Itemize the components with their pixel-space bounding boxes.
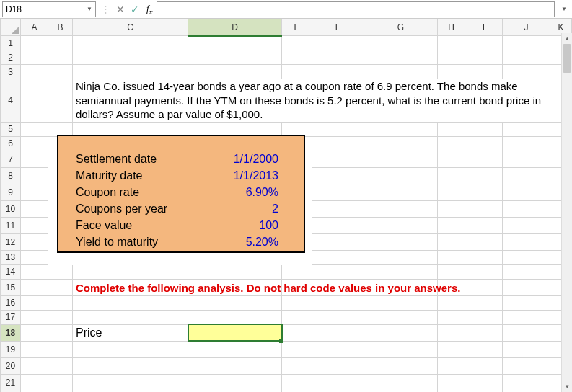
col-header-C[interactable]: C <box>73 19 188 36</box>
row-header[interactable]: 15 <box>1 279 21 295</box>
label-coupon[interactable]: Coupon rate <box>73 184 188 200</box>
value-ytm[interactable]: 5.20% <box>188 233 282 250</box>
column-headers: A B C D E F G H I J K <box>1 19 572 36</box>
instruction-cell[interactable]: Complete the following analysis. Do not … <box>73 279 188 295</box>
col-header-G[interactable]: G <box>364 19 438 36</box>
col-header-F[interactable]: F <box>312 19 364 36</box>
value-settlement[interactable]: 1/1/2000 <box>188 151 282 167</box>
accept-icon[interactable]: ✓ <box>128 4 142 15</box>
price-input-cell[interactable] <box>188 324 282 341</box>
row-header[interactable]: 5 <box>1 122 21 136</box>
row-header[interactable]: 18 <box>1 324 21 341</box>
spreadsheet: A B C D E F G H I J K 1 2 3 4 Ninja Co. … <box>0 19 572 392</box>
label-ytm[interactable]: Yield to maturity <box>73 233 188 250</box>
vertical-scrollbar[interactable]: ▴ ▾ <box>561 33 572 392</box>
value-coupon[interactable]: 6.90% <box>188 184 282 200</box>
row-header[interactable]: 13 <box>1 250 21 264</box>
col-header-H[interactable]: H <box>438 19 465 36</box>
col-header-D[interactable]: D <box>188 19 282 36</box>
row-header[interactable]: 4 <box>1 79 21 122</box>
row-header[interactable]: 11 <box>1 217 21 233</box>
chevron-down-icon[interactable]: ▼ <box>87 6 92 12</box>
name-box-value: D18 <box>6 4 22 14</box>
row-header[interactable]: 14 <box>1 264 21 279</box>
scroll-thumb[interactable] <box>563 44 571 73</box>
value-face[interactable]: 100 <box>188 217 282 233</box>
row-header[interactable]: 17 <box>1 310 21 324</box>
row-header[interactable]: 6 <box>1 136 21 151</box>
chevron-down-icon[interactable]: ▼ <box>559 6 569 12</box>
row-header[interactable]: 16 <box>1 295 21 310</box>
label-freq[interactable]: Coupons per year <box>73 200 188 217</box>
col-header-B[interactable]: B <box>48 19 73 36</box>
col-header-I[interactable]: I <box>465 19 503 36</box>
col-header-E[interactable]: E <box>282 19 312 36</box>
row-header[interactable]: 9 <box>1 184 21 200</box>
label-maturity[interactable]: Maturity date <box>73 167 188 184</box>
name-box[interactable]: D18 ▼ <box>2 1 96 17</box>
row-header[interactable]: 10 <box>1 200 21 217</box>
label-settlement[interactable]: Settlement date <box>73 151 188 167</box>
grid[interactable]: A B C D E F G H I J K 1 2 3 4 Ninja Co. … <box>0 19 561 392</box>
label-price[interactable]: Price <box>73 324 188 341</box>
col-header-A[interactable]: A <box>21 19 48 36</box>
scroll-down-icon[interactable]: ▾ <box>562 381 572 392</box>
cancel-icon[interactable]: ✕ <box>113 4 128 15</box>
row-header[interactable]: 20 <box>1 357 21 374</box>
row-header[interactable]: 21 <box>1 374 21 391</box>
scroll-up-icon[interactable]: ▴ <box>562 33 572 44</box>
row-header[interactable]: 2 <box>1 50 21 65</box>
value-maturity[interactable]: 1/1/2013 <box>188 167 282 184</box>
col-header-J[interactable]: J <box>503 19 550 36</box>
row-header[interactable]: 19 <box>1 341 21 357</box>
formula-input[interactable] <box>157 1 555 17</box>
formula-bar: D18 ▼ ⋮ ✕ ✓ fx ▼ <box>0 0 572 19</box>
row-header[interactable]: 3 <box>1 65 21 79</box>
problem-text[interactable]: Ninja Co. issued 14-year bonds a year ag… <box>73 79 550 122</box>
row-header[interactable]: 1 <box>1 36 21 50</box>
separator: ⋮ <box>101 4 110 14</box>
row-header[interactable]: 12 <box>1 233 21 250</box>
value-freq[interactable]: 2 <box>188 200 282 217</box>
fx-icon[interactable]: fx <box>146 3 152 16</box>
row-header[interactable]: 7 <box>1 151 21 167</box>
select-all-corner[interactable] <box>1 19 21 36</box>
row-header[interactable]: 8 <box>1 167 21 184</box>
label-face[interactable]: Face value <box>73 217 188 233</box>
